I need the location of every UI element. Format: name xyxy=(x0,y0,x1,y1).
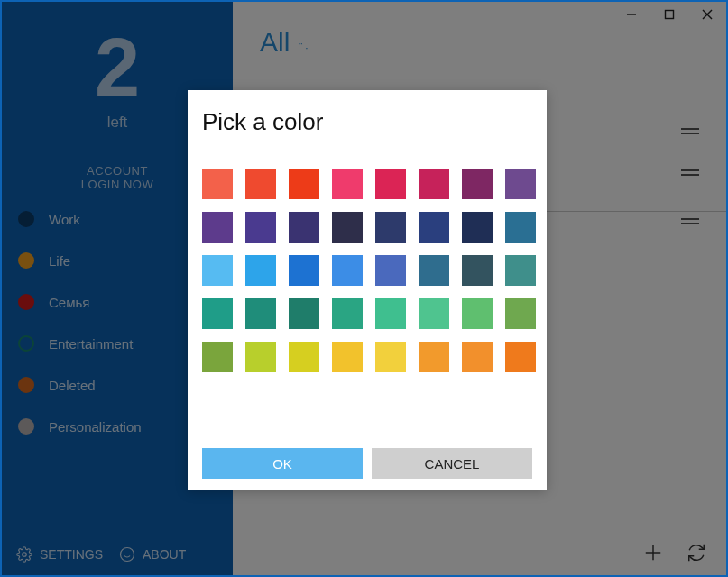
color-swatch[interactable] xyxy=(419,255,449,286)
color-swatch[interactable] xyxy=(332,342,363,372)
color-swatch[interactable] xyxy=(289,169,319,199)
color-swatch[interactable] xyxy=(289,255,319,286)
about-label: ABOUT xyxy=(143,547,186,562)
color-swatch[interactable] xyxy=(245,212,276,243)
color-grid xyxy=(202,169,532,372)
app-window: 2 left ACCOUNT LOGIN NOW Work Life Семья… xyxy=(0,0,728,577)
color-swatch[interactable] xyxy=(505,169,536,199)
sidebar-item-label: Personalization xyxy=(49,419,142,435)
window-titlebar xyxy=(613,2,726,27)
svg-point-5 xyxy=(121,548,134,562)
gear-icon xyxy=(16,546,32,563)
color-swatch[interactable] xyxy=(245,255,276,286)
task-row[interactable] xyxy=(681,128,699,130)
color-swatch[interactable] xyxy=(419,169,449,199)
dialog-buttons: OK CANCEL xyxy=(202,448,532,479)
color-swatch[interactable] xyxy=(462,255,493,286)
color-swatch[interactable] xyxy=(419,298,449,329)
color-swatch[interactable] xyxy=(462,212,493,243)
svg-point-4 xyxy=(23,553,27,557)
drag-handle-icon[interactable] xyxy=(681,218,699,220)
color-swatch[interactable] xyxy=(375,298,406,329)
task-row[interactable] xyxy=(681,169,699,171)
sidebar-footer: SETTINGS ABOUT xyxy=(2,534,233,575)
about-button[interactable]: ABOUT xyxy=(119,546,186,563)
color-dot-icon xyxy=(18,294,34,310)
color-swatch[interactable] xyxy=(375,212,406,243)
color-swatch[interactable] xyxy=(289,298,319,329)
color-dot-icon xyxy=(18,335,34,352)
ok-button[interactable]: OK xyxy=(202,448,363,479)
color-swatch[interactable] xyxy=(202,169,233,199)
color-swatch[interactable] xyxy=(202,255,233,286)
sidebar-item-label: Deleted xyxy=(49,378,96,393)
color-swatch[interactable] xyxy=(332,298,363,329)
list-header: All ¨· xyxy=(260,27,699,58)
color-swatch[interactable] xyxy=(245,298,276,329)
sidebar-item-label: Entertainment xyxy=(49,336,133,352)
color-swatch[interactable] xyxy=(332,255,363,286)
list-menu-icon[interactable]: ¨· xyxy=(299,41,310,54)
sidebar-item-label: Семья xyxy=(49,295,89,310)
color-swatch[interactable] xyxy=(289,342,319,372)
color-swatch[interactable] xyxy=(462,342,493,372)
color-swatch[interactable] xyxy=(245,169,276,199)
minimize-button[interactable] xyxy=(613,5,650,24)
cancel-button[interactable]: CANCEL xyxy=(372,448,532,479)
color-swatch[interactable] xyxy=(202,212,233,243)
color-swatch[interactable] xyxy=(419,212,449,243)
main-actions xyxy=(643,543,706,563)
color-dot-icon xyxy=(18,418,34,435)
maximize-button[interactable] xyxy=(650,5,688,24)
color-swatch[interactable] xyxy=(375,169,406,199)
color-swatch[interactable] xyxy=(332,169,363,199)
task-row[interactable] xyxy=(681,218,699,220)
settings-label: SETTINGS xyxy=(40,547,103,562)
color-picker-dialog: Pick a color OK CANCEL xyxy=(188,90,547,490)
color-swatch[interactable] xyxy=(462,169,493,199)
color-swatch[interactable] xyxy=(505,212,536,243)
color-dot-icon xyxy=(18,252,34,269)
color-dot-icon xyxy=(18,211,34,227)
color-swatch[interactable] xyxy=(419,342,449,372)
settings-button[interactable]: SETTINGS xyxy=(16,546,103,563)
add-icon[interactable] xyxy=(643,543,663,563)
smile-icon xyxy=(119,546,135,563)
drag-handle-icon[interactable] xyxy=(681,128,699,130)
color-swatch[interactable] xyxy=(202,298,233,329)
drag-handle-icon[interactable] xyxy=(681,169,699,171)
dialog-title: Pick a color xyxy=(202,108,532,136)
sidebar-item-label: Life xyxy=(49,253,70,269)
color-swatch[interactable] xyxy=(462,298,493,329)
color-swatch[interactable] xyxy=(202,342,233,372)
sync-icon[interactable] xyxy=(687,543,706,563)
sidebar-item-label: Work xyxy=(49,212,80,227)
color-swatch[interactable] xyxy=(332,212,363,243)
list-title: All xyxy=(260,27,290,58)
color-swatch[interactable] xyxy=(245,342,276,372)
color-dot-icon xyxy=(18,377,34,393)
color-swatch[interactable] xyxy=(375,342,406,372)
svg-rect-1 xyxy=(666,11,674,19)
color-swatch[interactable] xyxy=(289,212,319,243)
color-swatch[interactable] xyxy=(505,255,536,286)
close-button[interactable] xyxy=(688,5,726,24)
color-swatch[interactable] xyxy=(505,298,536,329)
color-swatch[interactable] xyxy=(505,342,536,372)
color-swatch[interactable] xyxy=(375,255,406,286)
